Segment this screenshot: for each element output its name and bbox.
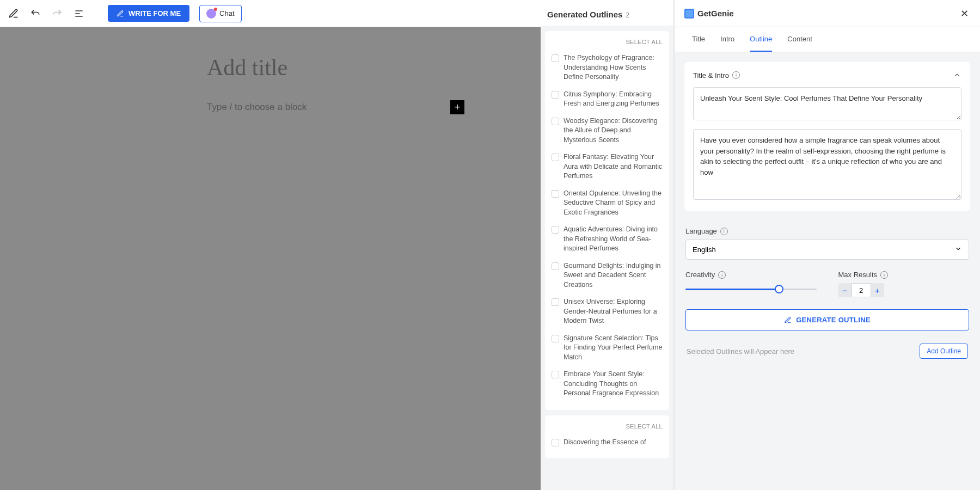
max-results-value[interactable] (852, 283, 871, 297)
title-intro-section: Title & Intro i (684, 62, 970, 211)
block-input[interactable]: Type / to choose a block (207, 102, 450, 113)
language-value: English (693, 246, 716, 254)
outline-item[interactable]: Oriental Opulence: Unveiling the Seducti… (552, 185, 663, 222)
outline-text: Discovering the Essence of (564, 438, 646, 448)
outline-text: Woodsy Elegance: Discovering the Allure … (564, 117, 663, 145)
generated-outlines-panel: Generated Outlines 2 SELECT ALL The Psyc… (541, 0, 674, 490)
add-block-button[interactable]: + (450, 100, 464, 114)
creativity-label-text: Creativity (685, 271, 715, 279)
outlines-count: 2 (626, 11, 629, 19)
outline-text: Floral Fantasy: Elevating Your Aura with… (564, 152, 663, 181)
outline-group-1: SELECT ALL The Psychology of Fragrance: … (545, 31, 669, 410)
selected-placeholder: Selected Outlines will Appear here (687, 347, 794, 356)
select-all-button[interactable]: SELECT ALL (552, 423, 663, 434)
outline-item[interactable]: Gourmand Delights: Indulging in Sweet an… (552, 258, 663, 294)
checkbox-icon[interactable] (552, 190, 559, 198)
tab-title[interactable]: Title (692, 27, 705, 52)
write-btn-label: WRITE FOR ME (128, 9, 181, 17)
max-results-label-text: Max Results (838, 271, 878, 279)
menu-icon[interactable] (73, 8, 85, 20)
generate-outline-button[interactable]: GENERATE OUTLINE (685, 309, 969, 330)
info-icon[interactable]: i (718, 271, 726, 279)
outline-item[interactable]: Aquatic Adventures: Diving into the Refr… (552, 221, 663, 258)
redo-icon[interactable] (51, 8, 63, 20)
outline-item[interactable]: Woodsy Elegance: Discovering the Allure … (552, 113, 663, 149)
select-all-button[interactable]: SELECT ALL (552, 39, 663, 50)
outline-text: Embrace Your Scent Style: Concluding Tho… (564, 370, 663, 399)
language-label-text: Language (685, 227, 717, 235)
tab-outline[interactable]: Outline (750, 27, 772, 52)
genie-icon (684, 9, 694, 19)
title-intro-label: Title & Intro i (693, 71, 740, 79)
title-input[interactable]: Add title (207, 54, 541, 81)
close-button[interactable]: ✕ (958, 8, 970, 20)
outline-text: Oriental Opulence: Unveiling the Seducti… (564, 189, 663, 218)
max-results-stepper: − + (838, 283, 970, 297)
outline-text: Aquatic Adventures: Diving into the Refr… (564, 225, 663, 254)
language-label: Language i (685, 227, 969, 235)
checkbox-icon[interactable] (552, 91, 559, 99)
outline-text: Unisex Universe: Exploring Gender-Neutra… (564, 297, 663, 326)
creativity-label: Creativity i (685, 271, 817, 279)
info-icon[interactable]: i (732, 71, 740, 79)
editor-toolbar: WRITE FOR ME Chat (0, 0, 541, 27)
getgenie-panel: GetGenie ✕ Title Intro Outline Content T… (674, 0, 980, 490)
chat-avatar-icon (206, 9, 216, 19)
write-for-me-button[interactable]: WRITE FOR ME (108, 5, 189, 22)
increment-button[interactable]: + (871, 283, 884, 297)
outline-item[interactable]: Citrus Symphony: Embracing Fresh and Ene… (552, 86, 663, 113)
slider-thumb[interactable] (775, 285, 783, 293)
outlines-header: Generated Outlines 2 (541, 0, 673, 26)
outline-text: The Psychology of Fragrance: Understandi… (564, 53, 663, 82)
outline-item[interactable]: The Psychology of Fragrance: Understandi… (552, 50, 663, 86)
slider-fill (685, 289, 777, 290)
checkbox-icon[interactable] (552, 154, 559, 161)
max-results-label: Max Results i (838, 271, 970, 279)
creativity-slider[interactable] (685, 284, 817, 295)
checkbox-icon[interactable] (552, 298, 559, 306)
brand-name: GetGenie (697, 9, 734, 18)
language-section: Language i English Creativity i (684, 218, 970, 361)
outline-text: Citrus Symphony: Embracing Fresh and Ene… (564, 90, 663, 109)
outline-item[interactable]: Unisex Universe: Exploring Gender-Neutra… (552, 293, 663, 330)
tab-intro[interactable]: Intro (720, 27, 734, 52)
chat-btn-label: Chat (219, 9, 234, 17)
outline-item[interactable]: Embrace Your Scent Style: Concluding Tho… (552, 366, 663, 402)
decrement-button[interactable]: − (838, 283, 852, 297)
add-outline-button[interactable]: Add Outline (920, 344, 968, 359)
title-intro-text: Title & Intro (693, 71, 729, 79)
checkbox-icon[interactable] (552, 371, 559, 378)
checkbox-icon[interactable] (552, 262, 559, 270)
checkbox-icon[interactable] (552, 335, 559, 342)
outline-text: Signature Scent Selection: Tips for Find… (564, 334, 663, 363)
language-select[interactable]: English (685, 240, 969, 260)
outlines-title: Generated Outlines (547, 10, 622, 19)
checkbox-icon[interactable] (552, 118, 559, 125)
checkbox-icon[interactable] (552, 54, 559, 62)
outline-item[interactable]: Discovering the Essence of (552, 434, 663, 451)
edit-icon[interactable] (8, 8, 20, 20)
checkbox-icon[interactable] (552, 439, 559, 446)
outline-text: Gourmand Delights: Indulging in Sweet an… (564, 261, 663, 290)
undo-icon[interactable] (29, 8, 41, 20)
title-field[interactable] (693, 87, 961, 120)
chevron-down-icon (954, 245, 962, 254)
generate-btn-label: GENERATE OUTLINE (796, 316, 871, 324)
outline-item[interactable]: Signature Scent Selection: Tips for Find… (552, 330, 663, 366)
checkbox-icon[interactable] (552, 226, 559, 234)
outline-item[interactable]: Floral Fantasy: Elevating Your Aura with… (552, 149, 663, 185)
tab-content[interactable]: Content (787, 27, 812, 52)
info-icon[interactable]: i (720, 228, 728, 235)
intro-field[interactable] (693, 129, 961, 200)
brand-logo: GetGenie (684, 9, 734, 19)
editor-canvas[interactable]: Add title Type / to choose a block + (0, 27, 541, 490)
max-results-section: Max Results i − + (838, 271, 970, 297)
chat-button[interactable]: Chat (199, 5, 241, 22)
creativity-section: Creativity i (685, 271, 817, 297)
outline-group-2: SELECT ALL Discovering the Essence of (545, 415, 669, 459)
panel-tabs: Title Intro Outline Content (675, 27, 980, 52)
chevron-up-icon[interactable] (953, 71, 961, 79)
info-icon[interactable]: i (880, 271, 888, 279)
